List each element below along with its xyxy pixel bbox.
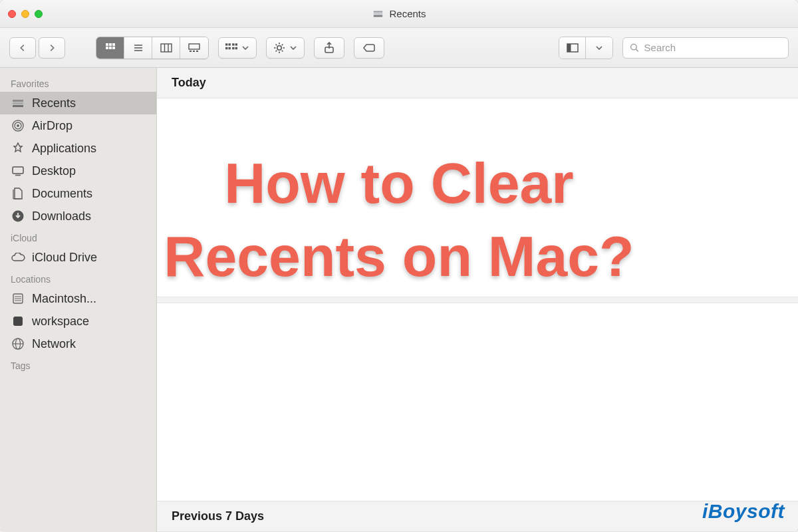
applications-icon (11, 141, 25, 156)
svg-rect-21 (229, 43, 231, 45)
sidebar-item-downloads[interactable]: Downloads (0, 205, 156, 227)
back-button[interactable] (9, 37, 36, 59)
sidebar: Favorites Recents AirDrop Applications D… (0, 68, 157, 532)
svg-rect-44 (13, 105, 23, 107)
svg-rect-19 (196, 51, 198, 52)
svg-line-36 (282, 44, 283, 45)
sidebar-toggle-segment (559, 37, 613, 59)
svg-rect-5 (109, 43, 112, 46)
svg-rect-6 (112, 43, 115, 46)
group-by-button[interactable] (218, 37, 257, 59)
svg-rect-27 (235, 47, 237, 49)
content-area: Today Previous 7 Days (157, 68, 798, 532)
toggle-preview-button[interactable] (559, 37, 586, 59)
search-input[interactable] (644, 42, 781, 53)
sidebar-item-label: workspace (32, 315, 89, 329)
svg-rect-7 (106, 47, 108, 49)
svg-rect-55 (13, 317, 23, 326)
view-column-button[interactable] (152, 37, 180, 59)
chevron-down-icon (241, 44, 249, 52)
share-button[interactable] (314, 37, 344, 59)
svg-point-47 (17, 124, 19, 127)
search-icon (630, 43, 639, 53)
svg-rect-39 (567, 44, 571, 52)
svg-rect-1 (374, 13, 383, 14)
svg-rect-4 (106, 43, 108, 46)
view-gallery-button[interactable] (180, 37, 208, 59)
sidebar-item-label: AirDrop (32, 119, 72, 133)
svg-rect-43 (13, 102, 23, 104)
svg-line-33 (276, 44, 277, 45)
sidebar-item-desktop[interactable]: Desktop (0, 160, 156, 182)
tags-button[interactable] (354, 37, 384, 59)
sidebar-section-tags: Tags (0, 355, 156, 374)
svg-rect-3 (374, 15, 382, 16)
sidebar-item-icloud-drive[interactable]: iCloud Drive (0, 246, 156, 269)
svg-rect-23 (235, 43, 237, 45)
svg-line-41 (636, 49, 638, 51)
gear-icon (273, 42, 285, 54)
svg-rect-9 (112, 47, 115, 49)
sidebar-item-label: Network (32, 337, 76, 351)
svg-rect-0 (374, 11, 383, 12)
network-icon (11, 336, 25, 351)
svg-rect-16 (189, 44, 200, 49)
sidebar-item-recents[interactable]: Recents (0, 92, 156, 114)
sidebar-section-icloud: iCloud (0, 227, 156, 246)
section-body-spacer[interactable] (157, 303, 798, 501)
icloud-icon (11, 250, 25, 265)
finder-window: Recents (0, 0, 798, 532)
zoom-window-button[interactable] (35, 10, 43, 18)
svg-rect-13 (161, 44, 172, 52)
svg-line-34 (282, 50, 283, 51)
volume-dark-icon (11, 314, 25, 329)
window-title: Recents (372, 8, 426, 20)
toggle-preview-chevron[interactable] (586, 37, 612, 59)
window-body: Favorites Recents AirDrop Applications D… (0, 68, 798, 532)
nav-buttons (9, 37, 65, 59)
svg-line-35 (276, 50, 277, 51)
toolbar (0, 28, 798, 68)
view-list-button[interactable] (124, 37, 152, 59)
sidebar-item-label: Documents (32, 187, 92, 201)
minimize-window-button[interactable] (21, 10, 29, 18)
sidebar-item-label: Macintosh... (32, 292, 96, 306)
section-body-today[interactable] (157, 98, 798, 297)
forward-button[interactable] (39, 37, 65, 59)
svg-rect-8 (109, 47, 112, 49)
recents-icon (11, 96, 25, 110)
downloads-icon (11, 209, 25, 223)
sidebar-section-locations: Locations (0, 269, 156, 287)
sidebar-section-favorites: Favorites (0, 73, 156, 92)
sidebar-item-label: Applications (32, 142, 96, 156)
svg-point-40 (631, 44, 636, 49)
svg-rect-42 (13, 100, 23, 102)
sidebar-item-applications[interactable]: Applications (0, 137, 156, 160)
search-field[interactable] (622, 37, 789, 59)
svg-point-28 (277, 45, 281, 49)
sidebar-item-label: iCloud Drive (32, 251, 97, 265)
svg-rect-48 (13, 167, 23, 174)
share-icon (324, 42, 334, 54)
sidebar-item-workspace[interactable]: workspace (0, 310, 156, 332)
svg-rect-20 (225, 43, 227, 45)
sidebar-item-airdrop[interactable]: AirDrop (0, 114, 156, 137)
chevron-down-icon (289, 44, 297, 52)
svg-rect-25 (229, 47, 231, 49)
action-menu-button[interactable] (266, 37, 305, 59)
view-icon-button[interactable] (96, 37, 124, 59)
desktop-icon (11, 164, 25, 178)
sidebar-item-label: Downloads (32, 209, 91, 223)
documents-icon (11, 186, 25, 201)
sidebar-item-macintosh[interactable]: Macintosh... (0, 287, 156, 310)
sidebar-item-network[interactable]: Network (0, 332, 156, 355)
close-window-button[interactable] (8, 10, 16, 18)
svg-rect-24 (225, 47, 227, 49)
airdrop-icon (11, 118, 25, 133)
sidebar-item-label: Desktop (32, 164, 76, 178)
section-heading-previous: Previous 7 Days (157, 501, 798, 532)
recents-title-icon (372, 8, 384, 20)
sidebar-item-documents[interactable]: Documents (0, 182, 156, 205)
svg-rect-18 (193, 51, 195, 52)
svg-rect-17 (190, 51, 192, 52)
